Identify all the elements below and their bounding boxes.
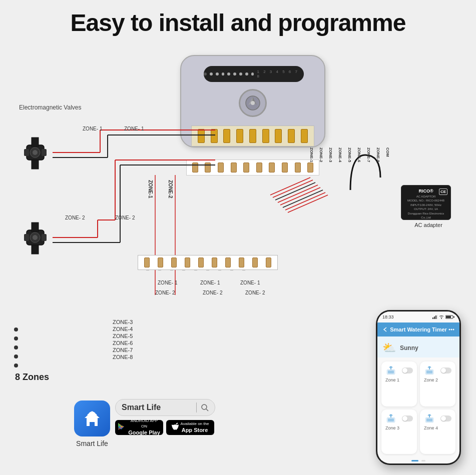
smart-life-section: Smart Life <box>74 400 110 448</box>
svg-rect-5 <box>32 138 39 146</box>
dot-3 <box>14 346 18 350</box>
more-zones-indicator <box>377 458 459 464</box>
valve-1 <box>19 135 52 174</box>
strip-terminal-6 <box>212 258 217 268</box>
svg-rect-6 <box>32 160 39 169</box>
app-store-button[interactable]: Available on the App Store <box>166 420 214 435</box>
zone2-bottom-label-2: ZONE- 2 <box>203 290 222 296</box>
dot-4 <box>14 354 18 358</box>
phone-weather-section: ⛅ Sunny <box>377 336 459 358</box>
zone-3-name: Zone 3 <box>385 426 413 430</box>
zone2-vertical-label: ZONE-2 <box>168 180 173 198</box>
svg-point-52 <box>452 329 454 330</box>
zone-list: ZONE-3 ZONE-4 ZONE-5 ZONE-6 ZONE-7 ZONE-… <box>113 319 133 360</box>
svg-rect-8 <box>42 149 47 156</box>
page-dot-active <box>411 460 418 462</box>
strip-terminal-9 <box>252 258 258 268</box>
zone-4-toggle[interactable] <box>440 416 451 422</box>
lower-terminal-1 <box>192 162 198 172</box>
terminal-7 <box>275 129 282 143</box>
lower-terminal-strip <box>138 255 278 270</box>
dot-2 <box>14 336 18 340</box>
zone1-bottom-label-2: ZONE- 1 <box>200 280 220 286</box>
zone-2-toggle[interactable] <box>440 368 451 374</box>
ctrl-zone-7: ZONE-7 <box>366 148 371 162</box>
status-icons <box>432 315 454 319</box>
zone-list-4: ZONE-4 <box>113 326 133 332</box>
apple-icon <box>172 422 179 432</box>
controller-screen: 1 2 3 4 5 6 7 8 <box>204 66 304 82</box>
svg-rect-48 <box>446 316 451 318</box>
svg-line-34 <box>275 182 315 200</box>
store-buttons-row: ANDROID APP ON Google Play Available on … <box>115 420 215 435</box>
zone-2-header <box>424 366 451 376</box>
svg-rect-7 <box>24 149 29 156</box>
electromagnetic-valves-label: Electromagnetic Valves <box>19 104 82 111</box>
zone-1-toggle[interactable] <box>402 368 413 374</box>
svg-rect-46 <box>437 315 437 319</box>
google-play-icon <box>117 422 125 432</box>
search-icon <box>201 404 209 412</box>
zone-2-icon <box>424 366 435 376</box>
svg-line-37 <box>283 190 323 208</box>
battery-icon <box>445 315 454 319</box>
zone2-bottom-label: ZONE- 2 <box>155 290 175 296</box>
lower-terminal-7 <box>269 162 275 172</box>
zone1-top-label-left: ZONE- 1 <box>83 126 102 132</box>
lower-terminal-4 <box>231 162 237 172</box>
screen-dot-7 <box>245 72 248 76</box>
phone-time: 18:33 <box>382 314 394 320</box>
zone1-bottom-label-3: ZONE- 1 <box>240 280 260 286</box>
weather-icon: ⛅ <box>382 342 396 354</box>
ctrl-zone-2: ZONE-2 <box>319 148 323 162</box>
zone1-bottom-label: ZONE- 1 <box>158 280 177 286</box>
zone-4-header <box>424 414 451 424</box>
zone-1-icon <box>385 366 396 376</box>
zone2-mid-label-right: ZONE- 2 <box>115 215 135 220</box>
screen-dot-3 <box>222 72 225 76</box>
screen-dot-2 <box>216 72 219 76</box>
svg-line-38 <box>285 192 325 210</box>
svg-rect-57 <box>426 370 432 374</box>
zone-3-toggle-knob <box>402 416 407 421</box>
ctrl-zone-5: ZONE-5 <box>347 148 352 162</box>
strip-terminal-2 <box>158 258 163 268</box>
screen-dot-6 <box>239 72 242 76</box>
zone-3-toggle[interactable] <box>402 416 413 422</box>
zone-3-header <box>385 414 413 424</box>
ctrl-com: COM <box>385 148 390 162</box>
search-bar[interactable]: Smart Life <box>115 399 215 416</box>
google-play-subtitle: ANDROID APP ON <box>127 418 161 429</box>
svg-line-39 <box>288 195 328 212</box>
strip-terminal-3 <box>171 258 177 268</box>
svg-rect-54 <box>388 370 394 374</box>
screen-dot-1 <box>210 72 213 76</box>
adapter-details: AC ADAPTOR MODEL NO.: RICO-062448 INPUT:… <box>404 194 447 220</box>
terminal-6 <box>262 129 269 143</box>
strip-terminal-8 <box>239 258 244 268</box>
ac-adapter-unit: RICO® AC ADAPTOR MODEL NO.: RICO-062448 … <box>401 185 456 228</box>
app-store-title: App Store <box>181 426 209 434</box>
zone-1-toggle-knob <box>402 368 407 373</box>
terminal-3 <box>223 129 230 143</box>
zone-list-8: ZONE-8 <box>113 354 133 360</box>
app-store-subtitle: Available on the <box>181 422 209 426</box>
zone-3-icon <box>385 414 396 424</box>
google-play-button[interactable]: ANDROID APP ON Google Play <box>115 420 163 435</box>
smart-life-icon-svg <box>81 407 104 430</box>
smart-life-app-label: Smart Life <box>76 440 108 448</box>
zone2-bottom-label-3: ZONE- 2 <box>245 290 265 296</box>
valve-2-svg <box>19 220 52 258</box>
zone-card-2: Zone 2 <box>420 362 455 406</box>
wifi-icon <box>439 315 444 319</box>
terminal-5 <box>249 129 256 143</box>
valve-2 <box>19 220 52 260</box>
phone-zone-grid: Zone 1 Zone 2 <box>377 358 459 458</box>
zone-4-name: Zone 4 <box>424 426 451 430</box>
weather-text: Sunny <box>400 344 418 352</box>
svg-line-32 <box>270 178 310 195</box>
zone-1-name: Zone 1 <box>385 378 413 382</box>
zone-1-header <box>385 366 413 376</box>
lower-terminal-5 <box>243 162 249 172</box>
ctrl-zone-1: ZONE-1 <box>309 148 314 162</box>
